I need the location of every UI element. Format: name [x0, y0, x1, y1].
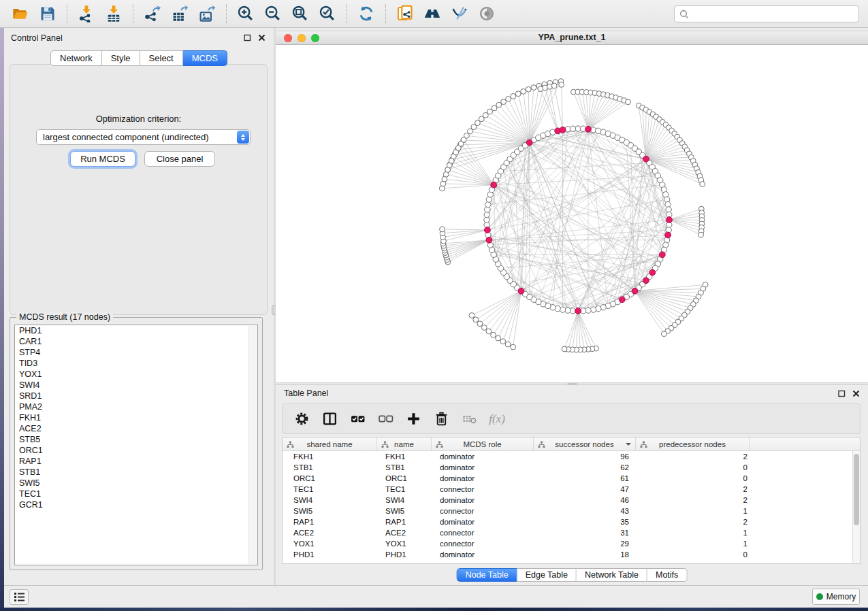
cell-name: TEC1: [377, 484, 432, 495]
mcds-result-item[interactable]: RAP1: [15, 456, 257, 467]
mcds-result-item[interactable]: YOX1: [15, 369, 257, 380]
cell-shared-name: YOX1: [283, 538, 377, 549]
cell-shared-name: TEC1: [283, 484, 377, 495]
network-graph[interactable]: [276, 45, 868, 382]
delete-column-icon[interactable]: [433, 411, 449, 427]
mcds-result-item[interactable]: STB5: [15, 434, 257, 445]
search-field[interactable]: [674, 5, 859, 22]
cell-predecessor-nodes: 2: [636, 495, 750, 506]
save-session-icon[interactable]: [39, 5, 57, 22]
export-image-icon[interactable]: [198, 5, 216, 22]
mcds-result-item[interactable]: STP4: [15, 347, 257, 358]
mcds-result-item[interactable]: CAR1: [15, 336, 257, 347]
float-panel-icon[interactable]: [244, 34, 251, 42]
tab-edge-table[interactable]: Edge Table: [517, 568, 577, 582]
tab-style[interactable]: Style: [102, 50, 140, 66]
tab-select[interactable]: Select: [140, 50, 183, 66]
tab-motifs[interactable]: Motifs: [647, 568, 687, 582]
export-table-icon[interactable]: [171, 5, 189, 22]
mcds-result-item[interactable]: SWI4: [15, 380, 257, 391]
mcds-result-item[interactable]: GCR1: [15, 499, 257, 510]
show-columns-icon[interactable]: [321, 411, 338, 427]
right-area: YPA_prune.txt_1 Table Panel: [276, 28, 868, 585]
float-table-panel-icon[interactable]: [838, 390, 846, 397]
list-scrollbar[interactable]: [248, 326, 257, 564]
column-header-predecessor-nodes[interactable]: predecessor nodes: [636, 437, 750, 450]
task-history-button[interactable]: [10, 589, 29, 605]
import-network-icon[interactable]: [78, 5, 95, 22]
cell-predecessor-nodes: 0: [636, 549, 750, 560]
select-all-icon[interactable]: [349, 411, 366, 427]
cell-shared-name: SWI5: [283, 506, 377, 516]
table-row[interactable]: SWI4SWI4dominator462: [283, 495, 860, 506]
tab-node-table[interactable]: Node Table: [457, 568, 517, 582]
table-row[interactable]: RAP1RAP1dominator352: [283, 516, 860, 527]
window-close-traffic-light[interactable]: [284, 34, 292, 42]
mcds-result-item[interactable]: SWI5: [15, 478, 257, 489]
mcds-result-item[interactable]: TEC1: [15, 489, 257, 499]
search-input[interactable]: [692, 10, 858, 19]
table-row[interactable]: STB1STB1dominator620: [283, 462, 860, 473]
network-canvas[interactable]: [276, 45, 868, 382]
refresh-icon[interactable]: [357, 5, 375, 22]
table-row[interactable]: ORC1ORC1dominator610: [283, 473, 860, 484]
new-network-from-selection-icon[interactable]: [396, 5, 414, 22]
table-row[interactable]: PHD1PHD1dominator180: [283, 549, 860, 560]
tab-network[interactable]: Network: [50, 50, 102, 66]
network-window-titlebar[interactable]: YPA_prune.txt_1: [276, 31, 868, 45]
toolbar-separator: [385, 4, 386, 23]
sort-descending-icon[interactable]: [626, 443, 631, 446]
run-mcds-button[interactable]: Run MCDS: [70, 151, 135, 167]
open-file-icon[interactable]: [12, 5, 29, 22]
mcds-result-list[interactable]: PHD1CAR1STP4TID3YOX1SWI4SRD1PMA2FKH1ACE2…: [14, 325, 258, 565]
column-header-shared-name[interactable]: shared name: [283, 437, 377, 450]
tab-mcds[interactable]: MCDS: [183, 50, 227, 66]
table-row[interactable]: FKH1FKH1dominator962: [283, 451, 860, 462]
show-hide-graphics-icon[interactable]: [451, 5, 468, 22]
close-panel-icon[interactable]: [258, 34, 266, 42]
zoom-in-icon[interactable]: [237, 5, 255, 22]
memory-button[interactable]: Memory: [812, 589, 860, 605]
mcds-result-item[interactable]: PMA2: [15, 401, 257, 412]
column-label: MCDS role: [463, 440, 501, 448]
toggle-visibility-eye-icon[interactable]: [478, 5, 496, 22]
close-panel-button[interactable]: Close panel: [144, 151, 215, 167]
zoom-fit-icon[interactable]: [291, 5, 309, 22]
import-table-icon[interactable]: [105, 5, 123, 22]
window-minimize-traffic-light[interactable]: [298, 34, 306, 42]
table-row[interactable]: TEC1TEC1connector472: [283, 484, 860, 495]
mcds-result-item[interactable]: ORC1: [15, 445, 257, 456]
mcds-result-item[interactable]: STB1: [15, 467, 257, 478]
table-scrollbar[interactable]: [852, 451, 860, 563]
table-row[interactable]: SWI5SWI5connector431: [283, 506, 860, 516]
cell-successor-nodes: 61: [534, 473, 636, 484]
first-neighbors-icon[interactable]: [423, 5, 441, 22]
optimization-criterion-select[interactable]: largest connected component (undirected): [36, 129, 251, 145]
column-header-mcds-role[interactable]: MCDS role: [432, 437, 534, 450]
deselect-all-icon[interactable]: [377, 411, 393, 427]
mcds-result-item[interactable]: SRD1: [15, 391, 257, 401]
column-header-name[interactable]: name: [377, 437, 432, 450]
settings-gear-icon[interactable]: [293, 411, 310, 427]
cell-predecessor-nodes: 1: [636, 538, 750, 549]
node-table[interactable]: shared namenameMCDS rolesuccessor nodesp…: [282, 437, 861, 564]
zoom-selected-icon[interactable]: [319, 5, 336, 22]
cell-shared-name: ORC1: [283, 473, 377, 484]
cell-successor-nodes: 47: [534, 484, 636, 495]
export-network-icon[interactable]: [144, 5, 161, 22]
table-row[interactable]: ACE2ACE2connector311: [283, 527, 860, 538]
close-table-panel-icon[interactable]: [852, 390, 860, 397]
window-zoom-traffic-light[interactable]: [311, 34, 319, 42]
add-column-icon[interactable]: [405, 411, 421, 427]
tab-network-table[interactable]: Network Table: [577, 568, 647, 582]
zoom-out-icon[interactable]: [264, 5, 282, 22]
mcds-result-item[interactable]: FKH1: [15, 412, 257, 423]
column-header-successor-nodes[interactable]: successor nodes: [534, 437, 636, 450]
column-label: predecessor nodes: [659, 440, 726, 448]
table-row[interactable]: YOX1YOX1connector291: [283, 538, 860, 549]
table-scrollbar-thumb[interactable]: [854, 454, 859, 525]
search-icon: [679, 10, 689, 19]
mcds-result-item[interactable]: ACE2: [15, 423, 257, 434]
mcds-result-item[interactable]: PHD1: [15, 325, 257, 336]
mcds-result-item[interactable]: TID3: [15, 358, 257, 369]
